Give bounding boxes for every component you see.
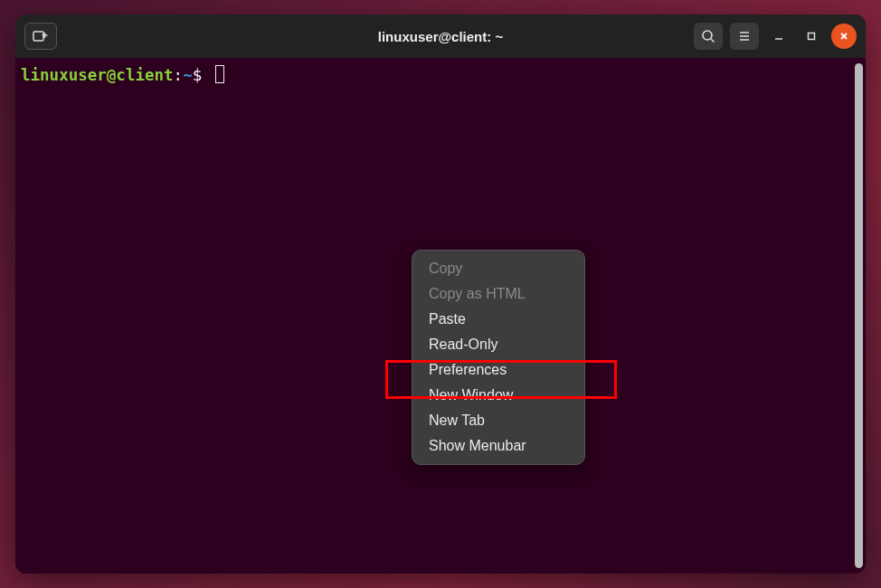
new-tab-button[interactable]	[24, 23, 57, 50]
close-icon	[838, 31, 849, 42]
terminal-window: linuxuser@client: ~	[15, 14, 866, 574]
minimize-button[interactable]	[766, 24, 791, 49]
maximize-button[interactable]	[799, 24, 824, 49]
menu-item-preferences[interactable]: Preferences	[412, 357, 584, 383]
menu-item-copy-as-html: Copy as HTML	[412, 281, 584, 307]
menu-item-paste[interactable]: Paste	[412, 307, 584, 332]
search-button[interactable]	[694, 23, 723, 50]
svg-line-4	[711, 39, 715, 43]
prompt-colon: :	[174, 66, 184, 84]
prompt-dollar: $	[193, 66, 203, 84]
close-button[interactable]	[831, 24, 857, 49]
text-cursor	[215, 65, 224, 83]
menu-item-show-menubar[interactable]: Show Menubar	[412, 433, 584, 459]
menu-item-read-only[interactable]: Read-Only	[412, 332, 584, 357]
svg-rect-9	[809, 33, 815, 40]
maximize-icon	[806, 31, 817, 42]
svg-point-3	[703, 31, 712, 40]
prompt-line: linuxuser@client:~$	[21, 65, 860, 87]
minimize-icon	[773, 31, 784, 42]
menu-item-copy: Copy	[412, 256, 584, 281]
prompt-path: ~	[183, 66, 193, 84]
window-right-controls	[694, 23, 857, 50]
scrollbar[interactable]	[855, 63, 863, 568]
svg-rect-0	[33, 32, 43, 41]
search-icon	[701, 29, 715, 43]
new-tab-icon	[33, 29, 49, 43]
hamburger-icon	[737, 29, 752, 43]
menu-item-new-tab[interactable]: New Tab	[412, 408, 584, 433]
prompt-user-host: linuxuser@client	[21, 66, 174, 84]
titlebar: linuxuser@client: ~	[15, 14, 866, 58]
context-menu: Copy Copy as HTML Paste Read-Only Prefer…	[412, 250, 585, 465]
menu-button[interactable]	[730, 23, 759, 50]
menu-item-new-window[interactable]: New Window	[412, 383, 584, 408]
